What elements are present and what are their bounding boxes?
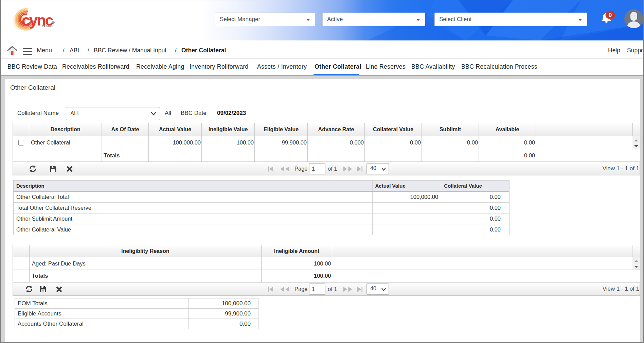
svg-text:It's Smart: It's Smart: [42, 24, 53, 28]
svg-text:0: 0: [609, 12, 612, 18]
